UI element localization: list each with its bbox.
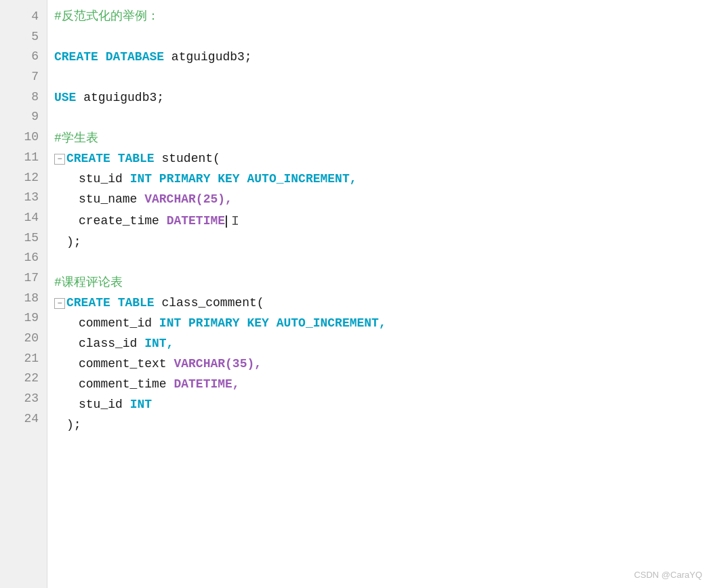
ibeam-cursor: I <box>231 210 239 232</box>
line-number: 20 <box>0 329 47 349</box>
token: PRIMARY <box>159 169 218 190</box>
line-number: 11 <box>0 148 47 168</box>
token: VARCHAR(25), <box>144 190 232 210</box>
code-line: ); <box>54 415 713 436</box>
token: CREATE <box>66 293 118 314</box>
code-editor: 456789101112131415161718192021222324 #反范… <box>0 0 713 588</box>
code-line: #学生表 <box>54 129 713 149</box>
token: ); <box>66 415 81 436</box>
token: class_id <box>79 334 144 354</box>
line-number: 24 <box>0 409 47 429</box>
code-line: CREATE DATABASE atguigudb3; <box>54 47 713 68</box>
token: comment_text <box>79 354 174 375</box>
watermark: CSDN @CaraYQ <box>634 570 702 580</box>
line-number: 23 <box>0 389 47 409</box>
line-number: 4 <box>0 7 47 27</box>
line-number: 16 <box>0 248 47 268</box>
fold-marker[interactable]: − <box>54 154 65 165</box>
fold-marker[interactable]: − <box>54 298 65 309</box>
token: INT, <box>144 334 174 354</box>
token: stu_name <box>79 190 144 210</box>
token: CREATE <box>66 149 118 169</box>
code-line: #课程评论表 <box>54 273 713 293</box>
token: #学生表 <box>54 129 98 149</box>
token: KEY <box>218 169 247 190</box>
code-line: comment_time DATETIME, <box>54 375 713 395</box>
code-line: stu_name VARCHAR(25), <box>54 190 713 210</box>
token: INT <box>130 395 152 415</box>
token: ); <box>66 232 81 253</box>
code-line: −CREATE TABLE student( <box>54 149 713 169</box>
token: atguigudb3; <box>171 47 252 68</box>
text-cursor <box>226 215 227 228</box>
code-line: class_id INT, <box>54 334 713 354</box>
token: DATETIME, <box>174 375 239 395</box>
line-number: 7 <box>0 67 47 87</box>
line-number: 10 <box>0 127 47 148</box>
code-content[interactable]: #反范式化的举例：CREATE DATABASE atguigudb3;USE … <box>47 0 713 588</box>
token: class_comment( <box>161 293 264 314</box>
token: #反范式化的举例： <box>54 7 159 27</box>
code-line: USE atguigudb3; <box>54 88 713 108</box>
token: PRIMARY <box>188 314 247 334</box>
code-line <box>54 68 713 88</box>
token: KEY <box>247 314 276 334</box>
token: DATETIME <box>167 211 225 232</box>
line-number: 15 <box>0 228 47 249</box>
line-number: 18 <box>0 289 47 309</box>
line-number: 6 <box>0 47 47 67</box>
code-line: ); <box>54 232 713 253</box>
code-line: comment_text VARCHAR(35), <box>54 354 713 375</box>
token: INT <box>130 169 159 190</box>
code-line: #反范式化的举例： <box>54 7 713 27</box>
line-numbers: 456789101112131415161718192021222324 <box>0 0 47 588</box>
code-line <box>54 253 713 273</box>
token: atguigudb3; <box>83 88 164 108</box>
token: stu_id <box>79 169 130 190</box>
token: AUTO_INCREMENT, <box>247 169 356 190</box>
token: TABLE <box>118 293 162 314</box>
token: VARCHAR(35), <box>174 354 262 375</box>
line-number: 14 <box>0 208 47 228</box>
code-line: create_time DATETIMEI <box>54 210 713 232</box>
token: student( <box>161 149 220 169</box>
line-number: 9 <box>0 107 47 127</box>
code-line <box>54 108 713 129</box>
token: INT <box>159 314 188 334</box>
code-line: −CREATE TABLE class_comment( <box>54 293 713 314</box>
code-line: stu_id INT <box>54 395 713 415</box>
token: CREATE <box>54 47 106 68</box>
code-line <box>54 27 713 47</box>
line-number: 8 <box>0 87 47 108</box>
token: create_time <box>79 211 167 232</box>
token: stu_id <box>79 395 130 415</box>
code-line: stu_id INT PRIMARY KEY AUTO_INCREMENT, <box>54 169 713 190</box>
token: #课程评论表 <box>54 273 123 293</box>
line-number: 12 <box>0 168 47 188</box>
token: DATABASE <box>106 47 171 68</box>
token: AUTO_INCREMENT, <box>277 314 386 334</box>
token: USE <box>54 88 83 108</box>
line-number: 13 <box>0 188 47 208</box>
line-number: 19 <box>0 308 47 329</box>
line-number: 17 <box>0 268 47 289</box>
token: TABLE <box>118 149 162 169</box>
code-line: comment_id INT PRIMARY KEY AUTO_INCREMEN… <box>54 314 713 334</box>
token: comment_time <box>79 375 174 395</box>
token: comment_id <box>79 314 159 334</box>
line-number: 21 <box>0 349 47 369</box>
line-number: 22 <box>0 369 47 389</box>
line-number: 5 <box>0 27 47 47</box>
